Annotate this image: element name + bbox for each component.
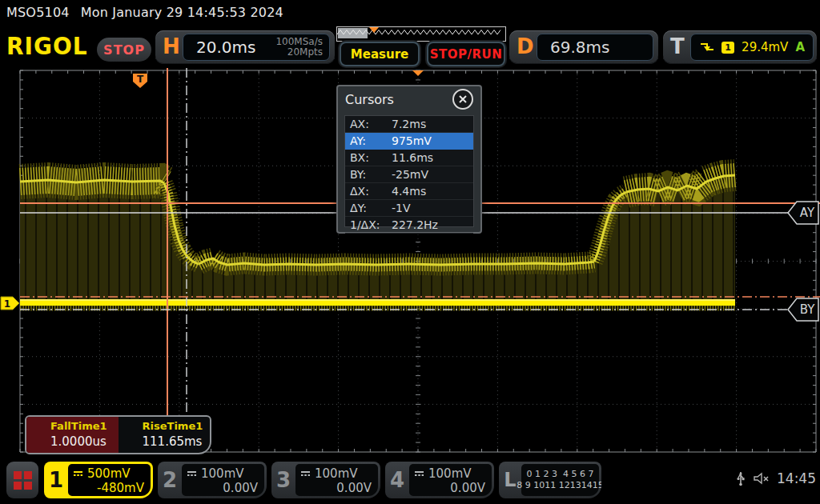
acquisition-status-badge: STOP: [97, 38, 151, 62]
timebase-value: 20.0ms: [196, 38, 255, 57]
stop-run-button[interactable]: STOP/RUN: [427, 42, 505, 66]
channel-3-number: 3: [271, 462, 295, 498]
titlebar: MSO5104Mon January 29 14:45:53 2024: [6, 5, 283, 20]
cursors-panel-header[interactable]: Cursors: [338, 86, 480, 112]
by-tag-label: BY: [800, 302, 815, 317]
clock-text: 14:45: [777, 470, 816, 486]
measure-button[interactable]: Measure: [340, 42, 420, 66]
overview-trigger-marker: [369, 27, 379, 33]
dc-coupling-icon: [187, 470, 197, 477]
cursor-row-dy[interactable]: ΔY:-1V: [345, 200, 473, 217]
channel-1-button[interactable]: 1 500mV -480mV: [44, 462, 153, 498]
channel-4-button[interactable]: 4 100mV 0.00V: [385, 462, 494, 498]
delay-settings-button[interactable]: D 69.8ms: [509, 30, 658, 64]
trigger-sweep-mode: A: [795, 40, 805, 54]
cursor-row-freq[interactable]: 1/ΔX:227.2Hz: [345, 217, 473, 234]
cursor-row-ax[interactable]: AX:7.2ms: [345, 116, 473, 133]
channel-4-offset: 0.00V: [414, 481, 485, 495]
horizontal-reference-marker: [412, 70, 424, 76]
delay-label: D: [517, 34, 534, 58]
cursor-row-by[interactable]: BY:-25mV: [345, 166, 473, 183]
measurement-falltime[interactable]: FallTime1 1.0000us: [26, 417, 119, 453]
cursors-readout-list: AX:7.2ms AY:975mV BX:11.6ms BY:-25mV ΔX:…: [344, 115, 474, 227]
channel-1-offset: -480mV: [73, 481, 144, 495]
channel-1-scale: 500mV: [87, 466, 131, 481]
dc-coupling-icon: [414, 470, 424, 477]
channel-2-scale: 100mV: [201, 466, 244, 481]
channel-4-scale: 100mV: [428, 466, 472, 481]
channel-2-offset: 0.00V: [187, 481, 258, 495]
measurement-risetime[interactable]: RiseTime1 111.65ms: [119, 417, 211, 453]
channel-2-button[interactable]: 2 100mV 0.00V: [158, 462, 267, 498]
ay-tag-label: AY: [800, 206, 815, 220]
overview-waveform: [337, 27, 504, 39]
cursor-row-bx[interactable]: BX:11.6ms: [345, 150, 473, 166]
trigger-label: T: [670, 34, 685, 58]
cursor-by-tag[interactable]: BY: [786, 296, 820, 323]
main-menu-button[interactable]: [6, 462, 38, 498]
horizontal-settings-button[interactable]: H 20.0ms 100MSa/s 20Mpts: [155, 30, 335, 64]
trigger-settings-button[interactable]: T 1 29.4mV A: [663, 30, 817, 64]
trigger-level-value: 29.4mV: [742, 40, 788, 54]
delay-value: 69.8ms: [550, 38, 609, 57]
memory-depth: 20Mpts: [275, 47, 323, 58]
cursor-row-dx[interactable]: ΔX:4.4ms: [345, 183, 473, 200]
ground-marker-label: 1: [4, 298, 10, 310]
menu-grid-icon: [14, 471, 32, 490]
trigger-source-badge: 1: [722, 42, 734, 54]
logic-row-1: 0 1 2 3 4 5 6 7: [527, 469, 594, 480]
channel-2-number: 2: [158, 462, 182, 498]
acquisition-info: 100MSa/s 20Mpts: [275, 37, 323, 58]
status-area: 14:45: [735, 470, 816, 486]
cursor-row-ay[interactable]: AY:975mV: [345, 133, 473, 150]
cursors-panel: Cursors AX:7.2ms AY:975mV BX:11.6ms BY:-…: [336, 85, 482, 234]
dc-coupling-icon: [300, 470, 311, 477]
rigol-logo: RIGOL: [6, 33, 88, 61]
horizontal-label: H: [163, 34, 180, 58]
logic-row-2: 8 9 1011 12131415: [517, 480, 601, 491]
usb-icon: [735, 470, 746, 486]
datetime-text: Mon January 29 14:45:53 2024: [81, 5, 283, 20]
logic-channels-button[interactable]: L 0 1 2 3 4 5 6 7 8 9 1011 12131415: [499, 462, 601, 498]
channel-4-number: 4: [385, 462, 409, 498]
cursor-ay-tag[interactable]: AY: [786, 199, 820, 226]
channel-3-offset: 0.00V: [300, 481, 372, 495]
channel-1-ground-marker[interactable]: 1: [0, 296, 21, 310]
waveform-overview-bar[interactable]: [336, 26, 506, 42]
speaker-muted-icon[interactable]: [753, 471, 770, 486]
channel-1-number: 1: [44, 462, 68, 498]
falling-edge-icon: [699, 41, 714, 54]
channel-3-button[interactable]: 3 100mV 0.00V: [271, 462, 380, 498]
model-name: MSO5104: [6, 5, 70, 20]
close-icon[interactable]: [452, 89, 473, 110]
cursors-panel-title: Cursors: [345, 92, 394, 107]
dc-coupling-icon: [73, 470, 83, 477]
channel-3-scale: 100mV: [315, 466, 358, 481]
measurement-results-box: FallTime1 1.0000us RiseTime1 111.65ms: [25, 415, 211, 454]
